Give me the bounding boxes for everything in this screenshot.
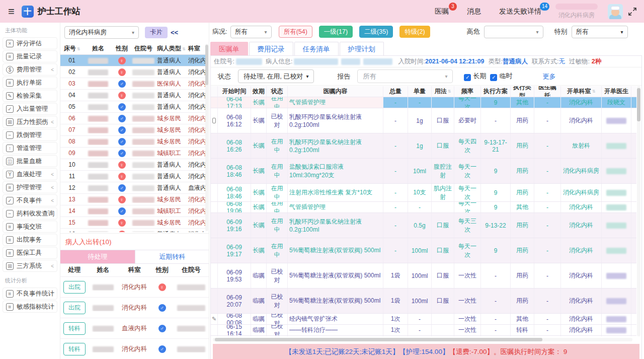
sidebar-item-third-party[interactable]: ⊞三方系统<: [3, 260, 57, 272]
level-badge-special[interactable]: 特级(2): [399, 26, 430, 38]
fullscreen-icon[interactable]: [628, 7, 637, 16]
patient-row[interactable]: 08♂城乡居民消化内: [60, 136, 205, 148]
patient-list-scrollbar[interactable]: [205, 44, 208, 231]
tab-护理计划[interactable]: 护理计划: [340, 42, 384, 55]
sidebar-item-fee[interactable]: $费用管理<: [3, 63, 57, 76]
chevron-left-icon: <: [51, 119, 54, 125]
exec-type: 用药: [511, 159, 534, 183]
allergy-count[interactable]: 2种: [592, 57, 601, 66]
patient-row[interactable]: 16♀普通病人消化内: [60, 229, 205, 232]
report-select[interactable]: 所有▾: [357, 69, 453, 83]
collapse-panel-button[interactable]: <<: [171, 29, 178, 36]
sidebar-item-fall-mgmt[interactable]: −跌倒管理: [3, 129, 57, 141]
sidebar-item-print-doc[interactable]: ≡执行单据: [3, 77, 57, 89]
discharge-button[interactable]: 出院: [63, 302, 86, 314]
sidebar-item-tube-mgmt[interactable]: ↑管道管理: [3, 142, 57, 154]
ward-select[interactable]: 消化内科病房▾: [64, 26, 139, 39]
level-badge-2[interactable]: 二级(35): [359, 26, 393, 38]
orders-badge: 3: [449, 3, 457, 11]
patient-row[interactable]: 02♀普通病人消化内: [60, 66, 205, 78]
patient-row[interactable]: 13♀城乡居民消化内: [60, 194, 205, 205]
patient-row[interactable]: 04♀普通病人消化内: [60, 90, 205, 101]
order-row[interactable]: 06-15 16:14临嘱已校对——转科治疗——1次-一次性-转科-消化内科内分…: [211, 325, 636, 336]
condition-select[interactable]: 所有▾: [230, 26, 272, 38]
hamburger-menu-icon[interactable]: ≡: [8, 5, 15, 18]
order-row[interactable]: 06-09 19:17长嘱在用中5%葡萄糖注射液(双管双阀) 500ml-100…: [211, 238, 636, 263]
discharge-button[interactable]: 出院: [63, 281, 86, 294]
patient-row[interactable]: 03♂医保病人消化内: [60, 78, 205, 90]
patient-row[interactable]: 05♂普通病人消化内: [60, 101, 205, 113]
sidebar-item-pressure-injury[interactable]: ⊞压力性损伤<: [3, 116, 57, 128]
sort-icon[interactable]: ⇅: [182, 47, 186, 51]
patient-row[interactable]: 10♀普通病人消化内: [60, 159, 205, 171]
sidebar-item-insurance-tool[interactable]: ≡医保工具: [3, 247, 57, 259]
patient-row[interactable]: 09♂城镇职工消化内: [60, 148, 205, 159]
sidebar-item-blood[interactable]: Y血液处理<: [3, 168, 57, 180]
sidebar-item-handover[interactable]: ≡事项交班: [3, 221, 57, 233]
sidebar-item-nursing-mgmt[interactable]: ≡护理管理<: [3, 181, 57, 193]
tab-医嘱单[interactable]: 医嘱单: [210, 42, 248, 55]
long-term-checkbox[interactable]: ✓长期: [464, 71, 486, 81]
transfer-row: 转科消化内科♂: [60, 339, 209, 359]
tab-recent-transfer[interactable]: 近期转科: [135, 250, 210, 263]
status-multiselect[interactable]: 待处理, 在用, 已校对▾: [238, 69, 314, 83]
sort-icon[interactable]: ⇅: [448, 89, 451, 94]
unit-dose: -: [408, 314, 432, 324]
exec-dept: 消化内科: [631, 159, 636, 183]
sidebar-item-discharge[interactable]: ≡出院事务: [3, 234, 57, 246]
patient-type: 城乡居民: [156, 219, 187, 227]
sidebar-item-score[interactable]: ×评分评估: [3, 37, 57, 49]
transfer-button[interactable]: 转科: [63, 322, 86, 335]
patient-row[interactable]: 15♀城乡居民消化内: [60, 217, 205, 229]
high-risk-select[interactable]: ▾: [484, 26, 543, 38]
patient-row[interactable]: 12♂普通病人血液内: [60, 182, 205, 194]
order-row[interactable]: 06-08 18:46长嘱在用中盐酸氨溴索口服溶液 10ml:30mg*20支-…: [211, 159, 636, 184]
sidebar-item-glucose[interactable]: ◫批量血糖: [3, 155, 57, 167]
special-select[interactable]: 所有▾: [572, 26, 628, 38]
redacted-text: [88, 69, 108, 76]
order-row[interactable]: 06-08 19:06长嘱在用中气管插管护理--每天一次9其他-消化内科消化内科: [211, 202, 636, 213]
sidebar-item-batch-record[interactable]: ≡批量记录: [3, 50, 57, 62]
level-badge-1[interactable]: 一级(17): [319, 26, 353, 38]
patient-row[interactable]: 14♂城镇职工消化内: [60, 205, 205, 217]
card-view-button[interactable]: 卡片: [145, 27, 168, 38]
patient-gender: ♀: [113, 92, 131, 99]
nav-send-failures[interactable]: 发送失败详情 14: [490, 0, 550, 23]
order-row[interactable]: 06-04 17:13长嘱在用中气管插管护理--每天一次9其他-消化内科段晓文消…: [211, 97, 636, 108]
special-label: 特别: [554, 27, 568, 36]
level-badge-all[interactable]: 所有(54): [279, 26, 312, 38]
patient-row[interactable]: 11♀普通病人消化内: [60, 171, 205, 182]
tab-费用记录[interactable]: 费用记录: [249, 42, 293, 55]
order-row[interactable]: 06-09 20:07临嘱已校对5%葡萄糖注射液(双管双阀) 500ml1袋10…: [211, 289, 636, 314]
tab-任务清单[interactable]: 任务清单: [294, 42, 339, 55]
order-row[interactable]: ✎06-08 00:08临嘱已校对经内镜气管扩张术1次-一次性-其他-消化内科消…: [211, 314, 636, 325]
sidebar-item-adverse-stat[interactable]: ≡不良事件统计: [3, 288, 57, 300]
more-filters-link[interactable]: 更多: [542, 72, 555, 81]
temporary-checkbox[interactable]: ✓临时: [490, 71, 512, 81]
transfer-list: 处理姓名科室性别住院号出院消化内科♀出院消化内科♂转科血液内科♂转科消化内科♂转…: [60, 264, 209, 359]
sort-icon[interactable]: ⇅: [592, 89, 596, 94]
order-row[interactable]: 06-08 18:46长嘱在用中注射用水溶性维生素 复方*10支-10支肌内注射…: [211, 184, 636, 202]
sidebar-item-intake-output[interactable]: ✓入出量管理: [3, 103, 57, 115]
order-row[interactable]: 06-08 16:12长嘱已校对乳酸环丙沙星氯化钠注射液 0.2g:100ml-…: [211, 108, 636, 133]
order-row[interactable]: 06-08 16:26长嘱在用中乳酸环丙沙星氯化钠注射液 0.2g:100ml-…: [211, 133, 636, 159]
nav-orders[interactable]: 医嘱 3: [426, 0, 458, 23]
order-table-hscrollbar[interactable]: [213, 338, 632, 341]
nav-messages[interactable]: 消息: [458, 0, 490, 23]
nurse-avatar[interactable]: [608, 4, 623, 19]
sidebar-item-indicator-stat[interactable]: ≡敏感指标统计: [3, 301, 57, 313]
sidebar-item-adverse-event[interactable]: ✓不良事件<: [3, 194, 57, 206]
tab-pending[interactable]: 待处理: [60, 250, 135, 263]
sidebar-item-drug-query[interactable]: −药料收发查询: [3, 207, 57, 220]
sort-icon[interactable]: ⇅: [77, 47, 80, 51]
order-table-vscrollbar[interactable]: [637, 86, 640, 336]
edit-pencil-icon[interactable]: ✎: [212, 316, 216, 322]
sidebar-item-lab-collect[interactable]: ✎检验采集: [3, 90, 57, 102]
order-row[interactable]: 06-09 19:53临嘱已校对5%葡萄糖注射液(双管双阀) 500ml1袋10…: [211, 263, 636, 289]
patient-row[interactable]: 06♂城乡居民消化内: [60, 113, 205, 124]
discharge-icon: ≡: [6, 236, 14, 244]
patient-row[interactable]: 07♂城乡居民消化内: [60, 124, 205, 136]
transfer-button[interactable]: 转科: [63, 343, 86, 355]
patient-row[interactable]: 01♀普通病人消化内: [60, 55, 205, 66]
order-row[interactable]: 06-09 19:16长嘱在用中乳酸环丙沙星氯化钠注射液 0.2g:100ml-…: [211, 213, 636, 238]
